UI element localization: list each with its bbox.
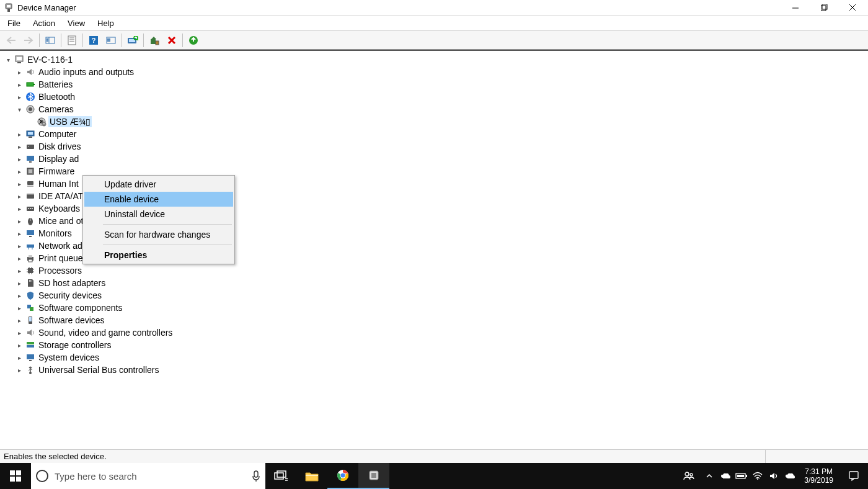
expand-toggle[interactable]: ▸: [15, 341, 24, 349]
expand-toggle[interactable]: ▸: [15, 266, 24, 275]
cloud-sync-icon[interactable]: [782, 463, 798, 489]
tree-category[interactable]: ▸ SD host adapters: [14, 277, 868, 289]
expand-toggle[interactable]: ▾: [4, 55, 12, 64]
sound-icon: [25, 327, 36, 338]
tree-category[interactable]: ▸ System devices: [14, 351, 868, 364]
start-button[interactable]: [0, 463, 31, 489]
svg-rect-50: [27, 181, 33, 185]
hid-icon: [25, 178, 36, 189]
expand-toggle[interactable]: ▸: [15, 279, 24, 287]
volume-icon[interactable]: [766, 463, 782, 489]
menu-action[interactable]: Action: [27, 17, 61, 29]
context-enable-device[interactable]: Enable device: [84, 192, 233, 207]
tree-category[interactable]: ▸ Bluetooth: [14, 91, 868, 103]
expand-toggle[interactable]: ▸: [15, 142, 24, 151]
scan-hardware-button[interactable]: [125, 33, 141, 48]
expand-toggle[interactable]: ▸: [15, 179, 24, 188]
tray-expand-icon[interactable]: [701, 463, 717, 489]
tree-category[interactable]: ▸ Audio inputs and outputs: [14, 66, 868, 78]
audio-icon: [25, 66, 36, 78]
expand-toggle[interactable]: ▾: [15, 105, 24, 114]
svg-rect-56: [30, 208, 31, 209]
device-manager-taskbar-button[interactable]: [358, 463, 389, 489]
help-button[interactable]: ?: [86, 33, 102, 48]
file-explorer-button[interactable]: [296, 463, 327, 489]
context-update-driver[interactable]: Update driver: [84, 177, 233, 192]
onedrive-icon[interactable]: [717, 463, 733, 489]
context-properties[interactable]: Properties: [84, 248, 233, 262]
tree-category[interactable]: ▸ Storage controllers: [14, 339, 868, 351]
taskbar-clock[interactable]: 7:31 PM 3/9/2019: [798, 467, 839, 485]
action-center-button[interactable]: [839, 470, 868, 482]
tree-category-cameras[interactable]: ▾ Cameras ▸: [14, 103, 868, 128]
svg-rect-43: [29, 137, 32, 138]
svg-rect-95: [16, 477, 21, 482]
svg-rect-11: [46, 40, 48, 42]
svg-rect-34: [33, 84, 35, 85]
update-driver-button[interactable]: [146, 33, 162, 48]
chrome-button[interactable]: [327, 463, 358, 489]
properties-button[interactable]: [64, 33, 80, 48]
tree-category[interactable]: ▸ Display ad: [14, 153, 868, 165]
action-button[interactable]: [103, 33, 119, 48]
app-icon: [4, 3, 14, 13]
disable-device-button[interactable]: [164, 33, 180, 48]
expand-toggle[interactable]: ▸: [15, 291, 24, 300]
tree-device-usb-camera[interactable]: ▸ USB Æ¾: [25, 115, 868, 128]
task-view-button[interactable]: [265, 463, 296, 489]
expand-toggle[interactable]: ▸: [15, 92, 24, 101]
expand-toggle[interactable]: ▸: [15, 68, 24, 76]
expand-toggle[interactable]: ▸: [15, 254, 24, 262]
maximize-button[interactable]: [810, 0, 838, 16]
taskbar-search[interactable]: Type here to search: [31, 463, 265, 489]
device-tree-panel[interactable]: ▾ EV-C-116-1 ▸ Audio inputs and outputs …: [0, 50, 868, 449]
expand-toggle[interactable]: ▸: [15, 303, 24, 312]
context-menu[interactable]: Update driver Enable device Uninstall de…: [82, 175, 235, 264]
expand-toggle[interactable]: ▸: [15, 155, 24, 163]
battery-icon: [25, 79, 36, 90]
tree-category[interactable]: ▸ Sound, video and game controllers: [14, 326, 868, 339]
firmware-icon: [25, 166, 36, 177]
svg-rect-4: [821, 6, 826, 11]
expand-toggle[interactable]: ▸: [15, 130, 24, 138]
expand-toggle[interactable]: ▸: [15, 167, 24, 176]
mic-icon[interactable]: [252, 470, 260, 482]
wifi-icon[interactable]: [750, 463, 766, 489]
menu-file[interactable]: File: [1, 17, 27, 29]
minimize-button[interactable]: [781, 0, 810, 16]
context-scan-hardware[interactable]: Scan for hardware changes: [84, 227, 233, 242]
tree-category[interactable]: ▸ Universal Serial Bus controllers: [14, 364, 868, 376]
svg-point-108: [685, 472, 689, 476]
tree-category[interactable]: ▸ Disk drives: [14, 140, 868, 153]
usb-icon: [25, 364, 36, 375]
tree-category[interactable]: ▸ Software devices: [14, 314, 868, 326]
people-icon[interactable]: [676, 463, 701, 489]
close-button[interactable]: [838, 0, 867, 16]
enable-device-button[interactable]: [185, 33, 202, 48]
tree-category[interactable]: ▸ Batteries: [14, 78, 868, 91]
menu-help[interactable]: Help: [91, 17, 120, 29]
expand-toggle[interactable]: ▸: [15, 241, 24, 250]
expand-toggle[interactable]: ▸: [15, 328, 24, 337]
svg-rect-114: [849, 472, 858, 478]
context-uninstall-device[interactable]: Uninstall device: [84, 207, 233, 222]
expand-toggle[interactable]: ▸: [15, 229, 24, 238]
expand-toggle[interactable]: ▸: [15, 217, 24, 225]
tree-category[interactable]: ▸ Computer: [14, 128, 868, 140]
show-hide-tree-button[interactable]: [42, 33, 58, 48]
svg-rect-10: [46, 38, 48, 40]
tree-category[interactable]: ▸ Processors: [14, 264, 868, 277]
cortana-icon: [36, 470, 48, 482]
expand-toggle[interactable]: ▸: [15, 353, 24, 362]
tree-category[interactable]: ▸ Software components: [14, 302, 868, 314]
expand-toggle[interactable]: ▸: [15, 192, 24, 200]
menu-view[interactable]: View: [61, 17, 91, 29]
battery-tray-icon[interactable]: [733, 463, 750, 489]
tree-category[interactable]: ▸ Security devices: [14, 289, 868, 302]
printer-icon: [25, 253, 36, 264]
expand-toggle[interactable]: ▸: [15, 316, 24, 325]
expand-toggle[interactable]: ▸: [15, 204, 24, 213]
expand-toggle[interactable]: ▸: [15, 366, 24, 374]
root-label[interactable]: EV-C-116-1: [26, 54, 74, 65]
expand-toggle[interactable]: ▸: [15, 80, 24, 89]
